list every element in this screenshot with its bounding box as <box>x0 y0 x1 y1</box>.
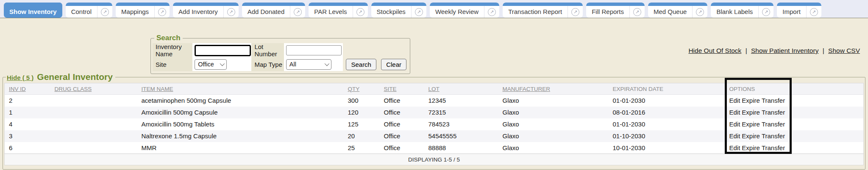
transfer-link[interactable]: Transfer <box>762 132 785 140</box>
tab-weekly-review[interactable]: Weekly Review <box>430 3 499 18</box>
site-select[interactable]: Office <box>195 59 227 70</box>
cell-drug-class <box>50 118 137 130</box>
table-row: 6 MMR 25 Office 88888 Glaxo 10-01-2030 E… <box>5 142 864 154</box>
tab-show-inventory[interactable]: Show Inventory <box>4 3 62 18</box>
tab-label: Med Queue <box>648 6 692 18</box>
cell-lot: 88888 <box>424 142 498 154</box>
cell-item-name: acetaminophen 500mg Capsule <box>137 95 344 107</box>
tab-popout-button[interactable] <box>568 6 583 18</box>
link-separator: | <box>746 47 747 54</box>
cell-lot: 12345 <box>424 95 498 107</box>
column-header-item-name[interactable]: ITEM NAME <box>137 83 344 95</box>
tab-label: Stockpiles <box>371 6 411 18</box>
tab-popout-button[interactable] <box>806 6 821 18</box>
cell-item-name: Amoxicillin 500mg Tablets <box>137 118 344 130</box>
lot-number-input[interactable] <box>286 45 342 55</box>
column-header-inv-id[interactable]: INV ID <box>5 83 50 95</box>
cell-expiration-date: 01-10-2030 <box>609 130 725 142</box>
edit-link[interactable]: Edit <box>729 109 740 116</box>
tab-popout-button[interactable] <box>223 6 239 18</box>
general-inventory-legend: Hide ( 5 )General Inventory <box>6 72 115 82</box>
cell-item-name: Naltrexone 1.5mg Capsule <box>137 130 344 142</box>
tab-popout-button[interactable] <box>353 6 368 18</box>
cell-inv-id: 4 <box>5 118 50 130</box>
cell-drug-class <box>50 130 137 142</box>
tab-popout-button[interactable] <box>758 6 773 18</box>
tab-label: Control <box>66 6 97 18</box>
tab-blank-labels[interactable]: Blank Labels <box>711 3 773 18</box>
cell-site: Office <box>380 107 424 118</box>
tab-fill-reports[interactable]: Fill Reports <box>586 3 645 18</box>
tab-stockpiles[interactable]: Stockpiles <box>371 3 426 18</box>
tab-label: PAR Levels <box>309 6 352 18</box>
show-csv-link[interactable]: Show CSV <box>828 47 860 54</box>
tab-par-levels[interactable]: PAR Levels <box>309 3 367 18</box>
cell-lot: 72315 <box>424 107 498 118</box>
tab-import[interactable]: Import <box>777 3 821 18</box>
transfer-link[interactable]: Transfer <box>762 97 785 104</box>
tab-label: Fill Reports <box>586 6 629 18</box>
cell-drug-class <box>50 142 137 154</box>
tab-popout-button[interactable] <box>97 6 112 18</box>
hide-section-link[interactable]: Hide ( 5 ) <box>7 74 33 81</box>
cell-lot: 784523 <box>424 118 498 130</box>
map-type-select[interactable]: All <box>286 59 331 70</box>
tab-label: Transaction Report <box>503 6 568 18</box>
external-link-icon <box>294 8 302 16</box>
column-header-manufacturer[interactable]: MANUFACTURER <box>498 83 609 95</box>
column-header-expiration-date: EXPIRATION DATE <box>609 83 725 95</box>
tab-add-donated[interactable]: Add Donated <box>242 3 306 18</box>
show-patient-inventory-link[interactable]: Show Patient Inventory <box>751 47 818 54</box>
search-panel-title: Search <box>154 34 183 42</box>
tab-label: Mappings <box>116 6 154 18</box>
edit-link[interactable]: Edit <box>729 144 740 151</box>
transfer-link[interactable]: Transfer <box>762 109 785 116</box>
tab-control[interactable]: Control <box>66 3 112 18</box>
page-title: General Inventory <box>37 72 113 82</box>
external-link-icon <box>696 8 704 16</box>
general-inventory-panel: Hide ( 5 )General Inventory INV ID DRUG … <box>3 72 865 170</box>
edit-link[interactable]: Edit <box>729 97 740 104</box>
cell-expiration-date: 01-01-2030 <box>609 95 725 107</box>
inventory-name-input[interactable] <box>195 45 251 56</box>
tab-popout-button[interactable] <box>484 6 499 18</box>
transfer-link[interactable]: Transfer <box>762 121 785 128</box>
paging-status: DISPLAYING 1-5 / 5 <box>5 154 864 165</box>
column-header-site[interactable]: SITE <box>380 83 424 95</box>
cell-expiration-date: 10-01-2030 <box>609 142 725 154</box>
expire-link[interactable]: Expire <box>742 97 760 104</box>
edit-link[interactable]: Edit <box>729 121 740 128</box>
expire-link[interactable]: Expire <box>742 109 760 116</box>
clear-button[interactable]: Clear <box>381 59 406 70</box>
tab-add-inventory[interactable]: Add Inventory <box>173 3 239 18</box>
cell-manufacturer: Glaxo <box>498 130 609 142</box>
cell-site: Office <box>380 142 424 154</box>
table-row: 4 Amoxicillin 500mg Tablets 125 Office 7… <box>5 118 864 130</box>
expire-link[interactable]: Expire <box>742 132 760 140</box>
tab-transaction-report[interactable]: Transaction Report <box>503 3 583 18</box>
tab-mappings[interactable]: Mappings <box>116 3 170 18</box>
tab-popout-button[interactable] <box>629 6 645 18</box>
chevron-down-icon <box>220 61 225 66</box>
inventory-view-links: Hide Out Of Stock | Show Patient Invento… <box>688 47 860 55</box>
inventory-table: INV ID DRUG CLASS ITEM NAME QTY SITE LOT… <box>4 83 864 165</box>
table-row: 2 acetaminophen 500mg Capsule 300 Office… <box>5 95 864 107</box>
edit-link[interactable]: Edit <box>729 132 740 140</box>
column-header-drug-class[interactable]: DRUG CLASS <box>50 83 137 95</box>
tab-popout-button[interactable] <box>692 6 707 18</box>
expire-link[interactable]: Expire <box>742 121 760 128</box>
column-header-qty[interactable]: QTY <box>344 83 380 95</box>
column-header-lot[interactable]: LOT <box>424 83 498 95</box>
tab-label: Add Inventory <box>173 6 223 18</box>
search-button[interactable]: Search <box>346 59 376 70</box>
transfer-link[interactable]: Transfer <box>762 144 785 151</box>
tab-popout-button[interactable] <box>411 6 426 18</box>
hide-out-of-stock-link[interactable]: Hide Out Of Stock <box>688 47 741 54</box>
tab-med-queue[interactable]: Med Queue <box>648 3 707 18</box>
tab-popout-button[interactable] <box>290 6 305 18</box>
cell-qty: 300 <box>344 95 380 107</box>
cell-site: Office <box>380 118 424 130</box>
tab-popout-button[interactable] <box>154 6 170 18</box>
tab-bar: Show Inventory Control Mappings Add Inve… <box>0 0 868 18</box>
expire-link[interactable]: Expire <box>742 144 760 151</box>
